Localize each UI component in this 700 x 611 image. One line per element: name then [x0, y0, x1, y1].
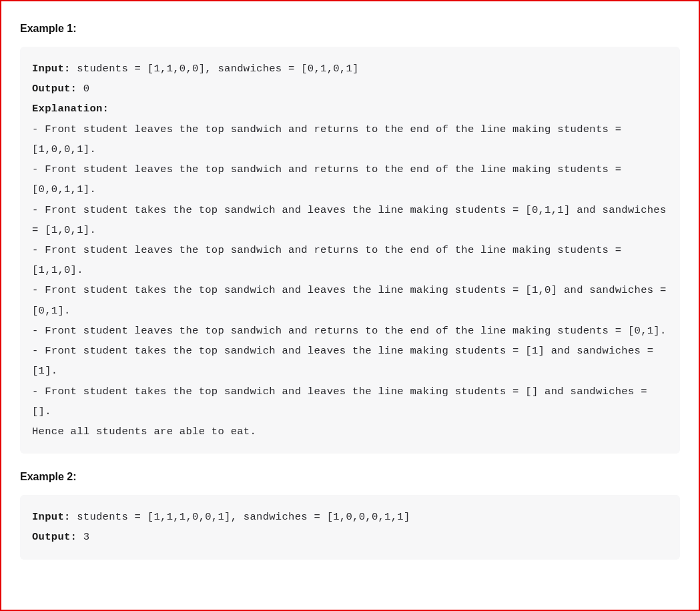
output-label: Output: — [32, 83, 77, 95]
example2-codeblock: Input: students = [1,1,1,0,0,1], sandwic… — [20, 495, 680, 559]
example1-codeblock: Input: students = [1,1,0,0], sandwiches … — [20, 47, 680, 454]
input-label: Input: — [32, 63, 71, 75]
page-container: Example 1: Input: students = [1,1,0,0], … — [0, 0, 700, 611]
explanation-label: Explanation: — [32, 103, 109, 115]
input-text: students = [1,1,1,0,0,1], sandwiches = [… — [71, 511, 410, 523]
example1-heading: Example 1: — [20, 23, 680, 35]
output-text: 0 — [77, 83, 89, 95]
example2-heading: Example 2: — [20, 471, 680, 483]
input-text: students = [1,1,0,0], sandwiches = [0,1,… — [71, 63, 359, 75]
output-label: Output: — [32, 531, 77, 543]
input-label: Input: — [32, 511, 71, 523]
output-text: 3 — [77, 531, 89, 543]
explanation-body: - Front student leaves the top sandwich … — [32, 123, 673, 438]
